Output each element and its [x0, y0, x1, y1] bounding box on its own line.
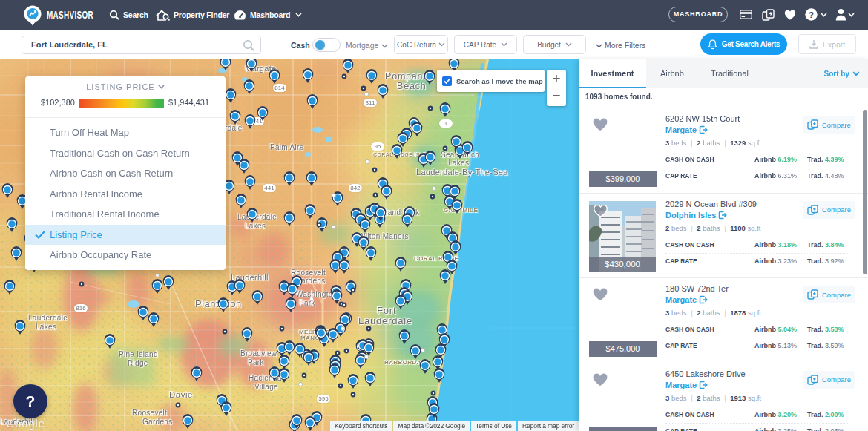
svg-text:?: ?	[809, 10, 814, 19]
svg-text:$430,000: $430,000	[605, 260, 640, 269]
